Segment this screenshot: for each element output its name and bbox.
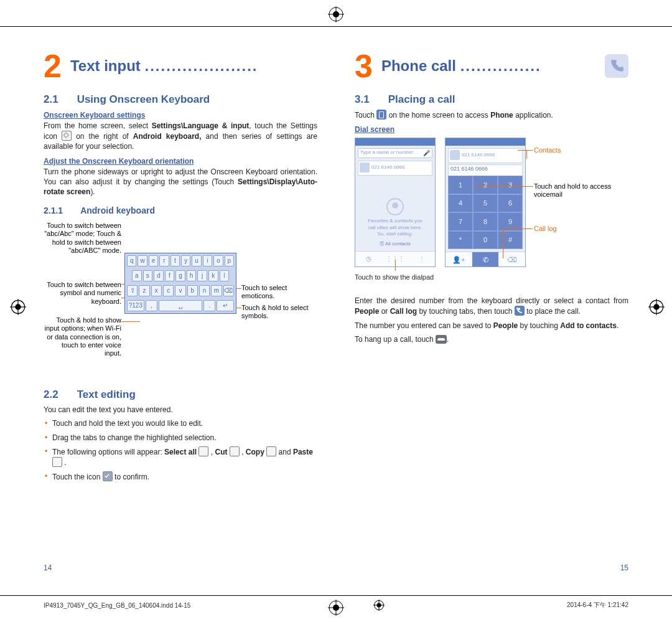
keyboard-key: x	[151, 285, 162, 296]
subheading-kb-orientation: Adjust the Onscreen Keyboard orientation	[44, 157, 317, 166]
svg-line-23	[68, 133, 68, 134]
leader-line	[503, 229, 533, 229]
bullet-item: Touch and hold the text you would like t…	[44, 418, 317, 428]
crop-line-top	[0, 26, 672, 27]
call-icon	[515, 306, 525, 316]
keyboard-key: s	[143, 270, 153, 281]
leader-line	[121, 321, 140, 322]
leader-dots: .....................	[144, 57, 258, 74]
callout-right-2: Touch & hold to select symbols.	[241, 304, 316, 320]
body-text: You can edit the text you have entered.	[44, 405, 317, 415]
keyboard-key: p	[225, 255, 234, 266]
keyboard-key: l	[220, 270, 230, 281]
keyboard-key: z	[139, 285, 149, 296]
keyboard-key: e	[149, 255, 158, 266]
keyboard-key: k	[208, 270, 218, 281]
callout-dialpad: Touch to show the dialpad	[355, 273, 434, 281]
page-15: 3 Phone call ............... 3.1Placing …	[355, 44, 628, 572]
keyboard-key: y	[181, 255, 190, 266]
dialpad-key: 7	[448, 212, 473, 231]
keyboard-diagram: Touch to switch between "abc/Abc" mode; …	[44, 222, 317, 377]
section-heading-2-1: 2.1Using Onscreen Keyboard	[44, 93, 317, 106]
keyboard-key: i	[203, 255, 212, 266]
hangup-icon	[436, 335, 447, 344]
copy-icon	[266, 446, 276, 456]
leader-line	[526, 150, 527, 159]
dialpad-key: 3	[498, 176, 523, 194]
leader-line	[476, 186, 533, 187]
body-text: To hang up a call, touch .	[355, 334, 628, 344]
body-text: Turn the phone sideways or upright to ad…	[44, 167, 317, 197]
svg-line-21	[64, 133, 65, 134]
body-text: The number you entered can be saved to P…	[355, 321, 628, 331]
page-number: 14	[44, 563, 52, 572]
section-heading-2-2: 2.2Text editing	[44, 389, 317, 401]
call-button-icon: ✆	[472, 252, 499, 266]
dialpad-key: 1	[448, 176, 473, 194]
keyboard-key: d	[154, 270, 164, 281]
keyboard-key: g	[175, 270, 185, 281]
keyboard-key: .	[203, 300, 215, 311]
footer-date: 2014-6-4 下午 1:21:42	[567, 601, 628, 610]
leader-dots: ...............	[460, 57, 541, 74]
keyboard-key: j	[197, 270, 207, 281]
dialpad-key: 2	[473, 176, 498, 194]
subheading-dial-screen: Dial screen	[355, 125, 628, 134]
crop-line-bottom	[0, 595, 672, 596]
mic-icon: 🎤	[423, 150, 430, 156]
registration-mark-right	[648, 299, 662, 313]
keyboard-key: o	[213, 255, 223, 266]
keyboard-image: qwertyuiop asdfghjkl ⇧zxcvbnm⌫ ?123,␣.↵	[124, 253, 236, 314]
favorites-screenshot: Type a name or number…🎤 021 6146 0666 Fa…	[355, 138, 436, 267]
chapter-title: Text input	[70, 57, 141, 74]
dialpad-key: #	[498, 231, 523, 250]
keyboard-key: ?123	[127, 300, 144, 311]
keyboard-key: q	[127, 255, 136, 266]
dialpad-key: 0	[473, 231, 498, 250]
svg-line-22	[68, 137, 68, 138]
section-heading-3-1: 3.1Placing a call	[355, 93, 628, 106]
recents-tab-icon: ◷	[355, 252, 382, 266]
bullet-item: The following options will appear: Selec…	[44, 446, 317, 468]
chapter-number: 3	[355, 50, 373, 82]
keyboard-key: n	[199, 285, 210, 296]
phone-tile-icon	[376, 110, 386, 120]
section-heading-2-1-1: 2.1.1Android keyboard	[44, 205, 317, 215]
keyboard-key: m	[211, 285, 222, 296]
page-number: 15	[620, 563, 628, 572]
keyboard-key: w	[138, 255, 147, 266]
dial-screen-diagram: Type a name or number…🎤 021 6146 0666 Fa…	[355, 138, 628, 293]
dialpad-key: 5	[473, 194, 498, 213]
dialpad-screenshot: 021 6146 0666 021 6146 0666 123456789*0#…	[445, 138, 526, 267]
bullet-item: Drag the tabs to change the highlighted …	[44, 433, 317, 443]
settings-gear-icon	[62, 131, 72, 141]
dialpad-key: 8	[473, 212, 498, 231]
svg-line-24	[64, 137, 65, 138]
keyboard-key: t	[170, 255, 180, 266]
page-14: 2 Text input ..................... 2.1Us…	[44, 44, 317, 572]
footer-file: IP4913_7045Y_QG_Eng_GB_06_140604.indd 14…	[44, 602, 190, 609]
select-all-icon	[198, 446, 208, 456]
keyboard-key: ⌫	[223, 285, 234, 296]
callout-right-1: Touch to select emoticons.	[241, 284, 316, 300]
keyboard-key: ,	[146, 300, 157, 311]
confirm-check-icon	[103, 471, 113, 481]
subheading-kb-settings: Onscreen Keyboard settings	[44, 111, 317, 120]
registration-mark-top	[328, 6, 344, 22]
svg-point-16	[64, 133, 68, 137]
keyboard-key: u	[192, 255, 201, 266]
callout-left-3: Touch & hold to show input options; when…	[44, 316, 121, 357]
keyboard-key: ␣	[159, 300, 202, 311]
chapter-number: 2	[44, 50, 62, 82]
callout-contacts: Contacts	[534, 146, 561, 154]
chapter-title: Phone call	[381, 57, 456, 74]
bullet-item: Touch the icon to confirm.	[44, 471, 317, 482]
leader-line	[518, 150, 533, 151]
dialpad-key: 6	[498, 194, 523, 213]
callout-left-2: Touch to switch between symbol and numer…	[44, 281, 121, 306]
dialpad-key: 4	[448, 194, 473, 213]
overflow-icon: ⋮	[408, 252, 435, 266]
paste-icon	[52, 457, 62, 467]
registration-mark-left	[10, 299, 24, 313]
keyboard-key: f	[165, 270, 175, 281]
